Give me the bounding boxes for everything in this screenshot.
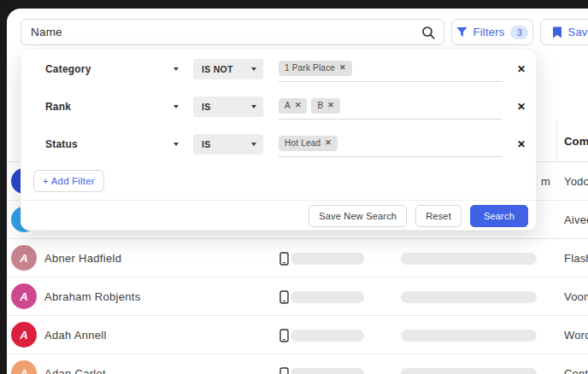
table-row[interactable]: A Adan Carlet Centimia [7,354,588,374]
tag-label: B [317,101,323,110]
name-search-field[interactable] [21,19,444,45]
avatar: A [11,283,37,309]
filter-row: Status IS Hot Lead ✕ ✕ [21,129,538,160]
phone-placeholder-bar [291,291,364,303]
avatar: A [11,322,37,348]
contact-name: Abner Hadfield [44,239,121,278]
filters-button-label: Filters [473,26,505,38]
app-window: Filters 3 Saved Company m Yodoo [0,0,588,374]
search-input[interactable] [21,20,444,44]
company-cell: Wordify [564,316,588,354]
avatar-initial: A [20,290,27,303]
filters-button[interactable]: Filters 3 [451,19,533,45]
saved-button[interactable]: Saved [540,19,588,45]
filters-panel: Category IS NOT 1 Park Place ✕ ✕ Rank [21,49,537,231]
remove-filter-row-button[interactable]: ✕ [514,129,529,160]
chevron-down-icon [251,143,256,146]
company-cell: Flashpoint [564,239,588,278]
filters-count-badge: 3 [510,26,528,39]
filter-field-label: Category [45,54,91,85]
filter-values-field[interactable]: Hot Lead ✕ [279,130,503,157]
chevron-down-icon [251,105,256,108]
chevron-down-icon [251,67,256,71]
operator-value: IS [202,102,251,112]
operator-value: IS [202,139,251,149]
tag-label: 1 Park Place [285,63,335,73]
filter-field-label: Rank [45,91,71,122]
table-row[interactable]: A Abraham Robjents Voomm [7,278,588,316]
chevron-down-icon[interactable] [173,105,179,108]
saved-button-label: Saved [568,26,588,38]
contact-name: Adah Annell [44,316,107,354]
contact-name: Abraham Robjents [44,278,140,316]
table-row[interactable]: A Adah Annell Wordify [7,316,588,354]
company-cell: Aivee [564,201,588,239]
avatar-initial: A [20,329,27,342]
email-placeholder-bar [401,253,537,265]
mobile-phone-icon [279,367,289,374]
company-cell: Centimia [564,354,588,374]
tag-label: A [285,101,291,110]
avatar: A [11,360,37,374]
table-row[interactable]: A Abner Hadfield Flashpoint [7,239,588,278]
filter-values-field[interactable]: 1 Park Place ✕ [279,55,503,82]
bookmark-icon [552,26,562,38]
remove-filter-row-button[interactable]: ✕ [514,91,529,122]
filter-tag[interactable]: Hot Lead ✕ [279,136,338,151]
tag-remove-icon[interactable]: ✕ [295,102,302,109]
tag-remove-icon[interactable]: ✕ [339,64,346,72]
operator-select[interactable]: IS [193,96,263,117]
tag-remove-icon[interactable]: ✕ [325,139,332,147]
phone-placeholder-bar [291,253,364,265]
operator-select[interactable]: IS [193,134,263,155]
remove-filter-row-button[interactable]: ✕ [514,54,529,85]
filter-field-label: Status [45,129,78,160]
email-placeholder-bar [401,291,537,303]
filter-funnel-icon [456,26,467,38]
filter-tag[interactable]: B ✕ [311,98,339,114]
operator-value: IS NOT [202,64,251,74]
email-placeholder-bar [401,368,537,374]
chevron-down-icon[interactable] [173,67,179,71]
tag-remove-icon[interactable]: ✕ [327,102,334,109]
email-text-fragment: m [541,162,550,201]
filter-values-field[interactable]: A ✕ B ✕ [279,92,503,120]
filter-row: Category IS NOT 1 Park Place ✕ ✕ [21,54,538,85]
email-placeholder-bar [401,330,537,342]
company-cell: Yodoo [564,162,588,201]
panel-footer: Save New Search Reset Search [21,200,536,231]
company-column-header: Company [564,120,588,162]
filter-tag[interactable]: A ✕ [279,98,307,114]
tag-label: Hot Lead [285,138,320,148]
content-surface: Filters 3 Saved Company m Yodoo [7,9,588,374]
operator-select[interactable]: IS NOT [193,59,263,79]
avatar: A [11,245,37,271]
company-cell: Voomm [564,278,588,316]
phone-placeholder-bar [291,330,364,342]
chevron-down-icon[interactable] [173,143,179,146]
filter-row: Rank IS A ✕ B ✕ ✕ [21,91,538,122]
search-icon [421,26,436,40]
search-button[interactable]: Search [470,205,528,227]
avatar-initial: A [20,367,27,374]
mobile-phone-icon [279,290,289,304]
contact-name: Adan Carlet [44,354,106,374]
mobile-phone-icon [279,252,289,266]
phone-placeholder-bar [291,368,364,374]
save-new-search-button[interactable]: Save New Search [309,205,407,227]
avatar-initial: A [20,252,27,265]
reset-button[interactable]: Reset [415,205,462,227]
filter-tag[interactable]: 1 Park Place ✕ [279,61,352,76]
add-filter-button[interactable]: + Add Filter [33,170,104,192]
mobile-phone-icon [279,329,289,342]
